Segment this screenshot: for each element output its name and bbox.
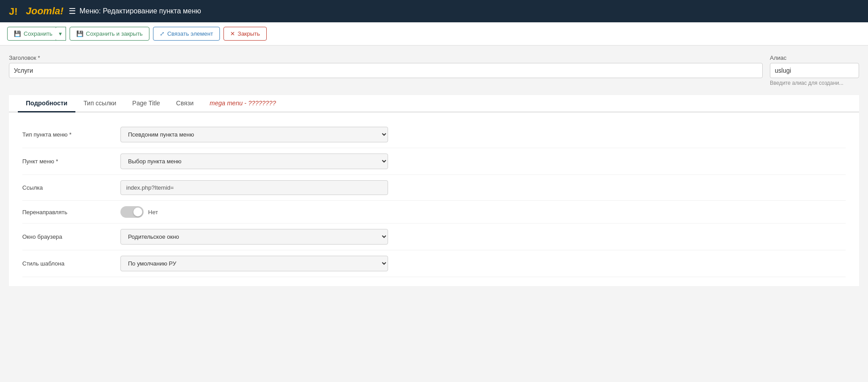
tab-page-title[interactable]: Page Title: [124, 95, 168, 112]
alias-label: Алиас: [770, 54, 859, 61]
browser-window-select[interactable]: Родительское окно: [120, 229, 388, 245]
associate-button[interactable]: ⤢ Связать элемент: [153, 27, 220, 41]
link-readonly-value: index.php?Itemid=: [120, 180, 388, 195]
field-value-browser-window: Родительское окно: [120, 229, 846, 245]
menu-item-type-select[interactable]: Псевдоним пункта меню: [120, 127, 388, 142]
menu-item-select[interactable]: Выбор пункта меню: [120, 154, 388, 169]
toggle-knob: [133, 208, 142, 216]
field-row-redirect: Перенаправлять Нет: [22, 201, 846, 224]
close-button[interactable]: ✕ Закрыть: [223, 27, 267, 41]
tabs-bar: Подробности Тип ссылки Page Title Связи …: [9, 95, 859, 112]
field-label-template-style: Стиль шаблона: [22, 260, 120, 267]
field-value-template-style: По умолчанию РУ: [120, 256, 846, 271]
field-row-browser-window: Окно браузера Родительское окно: [22, 224, 846, 250]
associate-icon: ⤢: [160, 30, 165, 37]
field-row-link: Ссылка index.php?Itemid=: [22, 175, 846, 201]
alias-field-group: Алиас Введите алиас для создани...: [770, 54, 859, 86]
field-value-menu-item-type: Псевдоним пункта меню: [120, 127, 846, 142]
menu-list-icon: ☰: [69, 6, 76, 16]
save-label: Сохранить: [24, 30, 53, 37]
tab-link-type[interactable]: Тип ссылки: [75, 95, 124, 112]
joomla-icon: J!: [7, 3, 23, 19]
close-label: Закрыть: [238, 30, 260, 37]
field-row-template-style: Стиль шаблона По умолчанию РУ: [22, 250, 846, 277]
top-bar: J! Joomla! ☰ Меню: Редактирование пункта…: [0, 0, 868, 22]
page-title-text: Меню: Редактирование пункта меню: [79, 7, 201, 15]
field-label-browser-window: Окно браузера: [22, 233, 120, 240]
associate-label: Связать элемент: [167, 30, 213, 37]
save-close-label: Сохранить и закрыть: [86, 30, 143, 37]
alias-hint: Введите алиас для создани...: [770, 80, 859, 86]
close-icon: ✕: [230, 30, 235, 37]
template-style-select[interactable]: По умолчанию РУ: [120, 256, 388, 271]
save-close-button[interactable]: 💾 Сохранить и закрыть: [70, 27, 149, 41]
toggle-label: Нет: [148, 209, 158, 216]
save-icon: 💾: [14, 30, 21, 37]
content-area: Заголовок * Алиас Введите алиас для созд…: [0, 46, 868, 286]
title-input[interactable]: [9, 63, 763, 78]
page-header-title: ☰ Меню: Редактирование пункта меню: [69, 6, 201, 16]
field-label-link: Ссылка: [22, 184, 120, 191]
field-value-menu-item: Выбор пункта меню: [120, 154, 846, 169]
field-label-menu-item: Пункт меню *: [22, 158, 120, 165]
tab-mega-menu[interactable]: mega menu - ????????: [202, 95, 284, 112]
svg-text:J!: J!: [9, 6, 18, 17]
toggle-container: Нет: [120, 206, 846, 218]
toolbar: 💾 Сохранить ▾ 💾 Сохранить и закрыть ⤢ Св…: [0, 22, 868, 46]
field-value-redirect: Нет: [120, 206, 846, 218]
save-button[interactable]: 💾 Сохранить: [7, 27, 59, 41]
field-row-menu-item: Пункт меню * Выбор пункта меню: [22, 148, 846, 175]
tab-details[interactable]: Подробности: [18, 95, 75, 112]
joomla-logo: J! Joomla!: [7, 3, 63, 19]
field-label-menu-item-type: Тип пункта меню *: [22, 131, 120, 138]
field-value-link: index.php?Itemid=: [120, 180, 846, 195]
tab-associations[interactable]: Связи: [168, 95, 202, 112]
title-field-group: Заголовок *: [9, 54, 763, 86]
alias-input[interactable]: [770, 63, 859, 78]
dropdown-icon: ▾: [59, 30, 62, 37]
joomla-text: Joomla!: [26, 5, 63, 17]
header-form-row: Заголовок * Алиас Введите алиас для созд…: [9, 54, 859, 86]
field-row-menu-item-type: Тип пункта меню * Псевдоним пункта меню: [22, 121, 846, 148]
save-dropdown-button[interactable]: ▾: [55, 27, 66, 41]
field-label-redirect: Перенаправлять: [22, 209, 120, 216]
save-close-icon: 💾: [76, 30, 83, 37]
save-group: 💾 Сохранить ▾: [7, 27, 66, 41]
title-label: Заголовок *: [9, 54, 763, 61]
redirect-toggle[interactable]: [120, 206, 144, 218]
tab-content-details: Тип пункта меню * Псевдоним пункта меню …: [9, 112, 859, 286]
